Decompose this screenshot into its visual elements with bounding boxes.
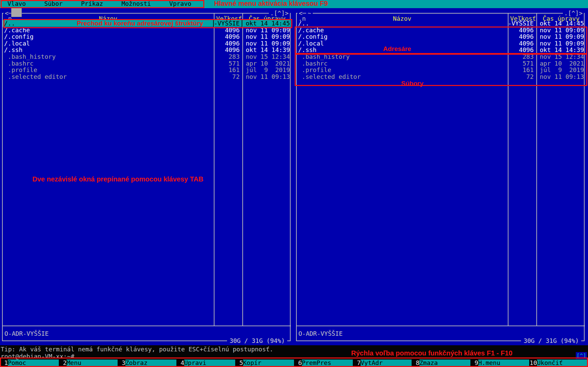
- file-mtime: nov 11 09:13: [242, 73, 291, 80]
- file-mtime: okt 14 14:39: [242, 47, 291, 53]
- file-size: -VYŠŠIE: [507, 20, 536, 27]
- file-row[interactable]: /.ssh 4096 okt 14 14:39: [297, 47, 585, 53]
- function-key[interactable]: 9 H.menu: [470, 360, 529, 367]
- file-mtime: apr 10 2021: [242, 60, 291, 67]
- file-mtime: nov 11 09:09: [242, 27, 291, 34]
- file-size: 4096: [507, 47, 536, 53]
- file-row[interactable]: .selected_editor 72 nov 11 09:13: [3, 73, 291, 80]
- function-key[interactable]: 5 Kopír: [235, 360, 294, 367]
- function-key-number: 1: [0, 360, 8, 367]
- mini-status: O-ADR-VYŠŠIE: [298, 330, 343, 337]
- file-row[interactable]: /.. -VYŠŠIE okt 14 14:45: [3, 20, 291, 27]
- file-name: /.config: [3, 33, 213, 40]
- function-key[interactable]: 4 Upravi: [176, 360, 235, 367]
- function-key-label: PremPres: [302, 360, 353, 367]
- file-row[interactable]: /.config 4096 nov 11 09:09: [297, 33, 585, 40]
- panel-indicator-icon[interactable]: [^]: [576, 352, 587, 359]
- file-size: 161: [507, 67, 536, 73]
- hint-line: Tip: Ak váš terminál nemá funkčné kláves…: [1, 346, 273, 353]
- file-mtime: okt 14 14:45: [242, 20, 291, 27]
- file-size: 4096: [507, 33, 536, 40]
- file-mtime: nov 11 09:13: [536, 73, 585, 80]
- file-row[interactable]: /.cache 4096 nov 11 09:09: [297, 27, 585, 34]
- function-key-label: Zmaza: [419, 360, 470, 367]
- file-name: /.ssh: [297, 47, 507, 53]
- function-key-label: Ukončiť: [537, 360, 588, 367]
- file-row[interactable]: .bashrc 571 apr 10 2021: [3, 60, 291, 67]
- file-row[interactable]: /.ssh 4096 okt 14 14:39: [3, 47, 291, 53]
- function-key-number: 5: [235, 360, 243, 367]
- menu-item-right[interactable]: Vpravo: [169, 0, 191, 7]
- function-key-number: 7: [353, 360, 361, 367]
- file-mtime: nov 11 09:09: [242, 40, 291, 47]
- file-name: /.ssh: [3, 47, 213, 53]
- file-row[interactable]: /.config 4096 nov 11 09:09: [3, 33, 291, 40]
- menu-bar: Vlavo Súbor Príkaz Možnosti Vpravo: [0, 0, 588, 8]
- file-size: -VYŠŠIE: [213, 20, 242, 27]
- file-mtime: nov 15 12:34: [242, 53, 291, 60]
- function-key-number: 10: [529, 360, 537, 367]
- function-key-label: H.menu: [478, 360, 529, 367]
- left-panel: <─ ~ .[^]> .n Názov Veľkosť Čas úpravy /…: [0, 8, 294, 345]
- file-name: .selected_editor: [3, 73, 213, 80]
- file-row[interactable]: /.local 4096 nov 11 09:09: [3, 40, 291, 47]
- menu-item-file[interactable]: Súbor: [44, 0, 63, 7]
- function-key-label: VytAdr: [361, 360, 412, 367]
- file-name: /.config: [297, 33, 507, 40]
- function-key-number: 8: [412, 360, 419, 367]
- function-key[interactable]: 7 VytAdr: [353, 360, 412, 367]
- disk-usage: 30G / 31G (94%): [521, 337, 581, 344]
- function-key[interactable]: 3 Zobraz: [118, 360, 176, 367]
- file-row[interactable]: .selected_editor 72 nov 11 09:13: [297, 73, 585, 80]
- file-mtime: okt 14 14:39: [536, 47, 585, 53]
- file-size: 4096: [213, 47, 242, 53]
- file-size: 4096: [507, 27, 536, 34]
- file-mtime: okt 14 14:45: [536, 20, 585, 27]
- file-row[interactable]: .bash_history 283 nov 15 12:34: [3, 53, 291, 60]
- menu-item-left[interactable]: Vlavo: [7, 0, 26, 7]
- file-name: .bashrc: [297, 60, 507, 67]
- file-name: /.local: [297, 40, 507, 47]
- file-row[interactable]: /.. -VYŠŠIE okt 14 14:45: [297, 20, 585, 27]
- menu-item-options[interactable]: Možnosti: [121, 0, 151, 7]
- panel-separator-line: [297, 326, 585, 326]
- file-row[interactable]: .profile 161 júl 9 2019: [3, 67, 291, 73]
- mouse-cursor-block: [11, 8, 22, 17]
- file-row[interactable]: .bash_history 283 nov 15 12:34: [297, 53, 585, 60]
- function-key[interactable]: 6 PremPres: [294, 360, 353, 367]
- function-key[interactable]: 10 Ukončiť: [529, 360, 588, 367]
- function-key[interactable]: 2 Menu: [59, 360, 118, 367]
- file-row[interactable]: /.local 4096 nov 11 09:09: [297, 40, 585, 47]
- file-list: /.. -VYŠŠIE okt 14 14:45 /.cache 4096 no…: [297, 20, 585, 80]
- mc-terminal-screen: Vlavo Súbor Príkaz Možnosti Vpravo <─ ~ …: [0, 0, 588, 367]
- file-name: /.local: [3, 40, 213, 47]
- file-name: .profile: [3, 67, 213, 73]
- file-size: 4096: [213, 40, 242, 47]
- file-size: 72: [507, 73, 536, 80]
- file-size: 161: [213, 67, 242, 73]
- function-key-bar: 1 Pomoc 2 Menu 3 Zobraz 4 Upravi 5 Kopír…: [0, 360, 588, 367]
- file-row[interactable]: /.cache 4096 nov 11 09:09: [3, 27, 291, 34]
- file-name: /..: [297, 20, 507, 27]
- file-name: /.cache: [297, 27, 507, 34]
- file-name: .profile: [297, 67, 507, 73]
- file-name: /..: [3, 20, 213, 27]
- file-mtime: nov 11 09:09: [242, 33, 291, 40]
- file-mtime: júl 9 2019: [536, 67, 585, 73]
- disk-usage: 30G / 31G (94%): [227, 337, 287, 344]
- file-size: 72: [213, 73, 242, 80]
- file-row[interactable]: .profile 161 júl 9 2019: [297, 67, 585, 73]
- function-key-label: Kopír: [243, 360, 294, 367]
- menu-item-command[interactable]: Príkaz: [81, 0, 103, 7]
- function-key-label: Menu: [67, 360, 118, 367]
- function-key[interactable]: 1 Pomoc: [0, 360, 59, 367]
- file-row[interactable]: .bashrc 571 apr 10 2021: [297, 60, 585, 67]
- file-size: 283: [213, 53, 242, 60]
- panels-area: <─ ~ .[^]> .n Názov Veľkosť Čas úpravy /…: [0, 8, 588, 345]
- shell-prompt[interactable]: root@debian-VM-xx:~#: [1, 353, 74, 360]
- function-key-number: 6: [294, 360, 302, 367]
- function-key-number: 4: [176, 360, 184, 367]
- function-key[interactable]: 8 Zmaza: [412, 360, 470, 367]
- function-key-number: 9: [470, 360, 478, 367]
- file-mtime: júl 9 2019: [242, 67, 291, 73]
